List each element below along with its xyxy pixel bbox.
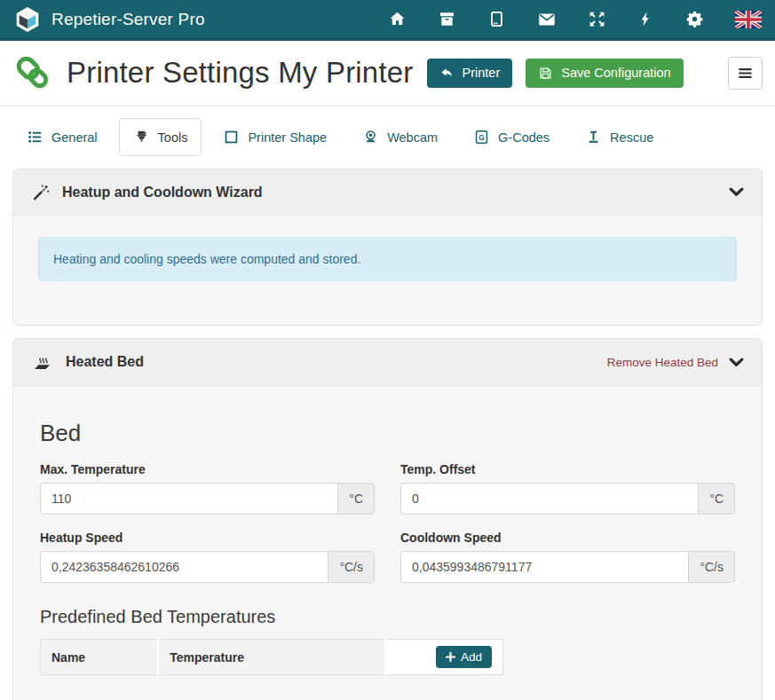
printer-button[interactable]: Printer [427,59,513,88]
column-header-action: Add [385,640,503,675]
rescue-icon [585,129,602,146]
square-outline-icon [223,129,240,146]
mail-icon[interactable] [537,10,557,29]
page-title: Printer Settings My Printer [67,56,414,90]
column-header-temperature: Temperature [158,640,384,675]
tab-label: Printer Shape [248,130,327,145]
fullscreen-icon[interactable] [588,10,606,28]
info-alert: Heating and cooling speeds were computed… [38,237,737,281]
field-label: Max. Temperature [40,462,375,476]
settings-tabbar: General Tools Printer Shape Webcam G G-C… [0,106,775,156]
heatup-speed-input[interactable] [40,551,328,583]
tab-printer-shape[interactable]: Printer Shape [209,118,341,156]
add-button-label: Add [461,650,482,664]
tab-label: Rescue [610,130,653,145]
tab-webcam[interactable]: Webcam [348,118,452,156]
save-button-label: Save Configuration [561,66,670,80]
field-cooldown-speed: Cooldown Speed °C/s [400,531,735,583]
back-arrow-icon [439,66,455,81]
tab-label: Tools [158,130,188,145]
unit-addon: °C [337,483,375,515]
table-header-row: Name Temperature Add [41,640,503,675]
heated-bed-panel-title: Heated Bed [66,354,144,370]
unit-addon: °C/s [328,551,375,583]
wizard-panel-header[interactable]: Heatup and Cooldown Wizard [13,169,762,216]
heated-bed-icon [31,351,54,373]
tab-label: G-Codes [498,130,550,145]
heatup-cooldown-wizard-panel: Heatup and Cooldown Wizard Heating and c… [12,169,763,326]
list-icon [27,129,43,146]
field-max-temperature: Max. Temperature °C [40,462,375,515]
app-title: Repetier-Server Pro [51,10,205,29]
magic-wand-icon [31,183,51,202]
settings-gear-icon[interactable] [685,10,704,28]
gcode-icon: G [473,129,490,146]
navbar-icons [388,10,762,29]
extruder-nozzle-icon [133,129,150,146]
remove-heated-bed-link[interactable]: Remove Heated Bed [607,356,718,369]
field-label: Temp. Offset [400,462,735,476]
temp-offset-input[interactable] [400,483,698,515]
bed-section-title: Bed [40,420,735,447]
unit-addon: °C/s [688,551,735,583]
field-heatup-speed: Heatup Speed °C/s [40,531,375,583]
field-label: Heatup Speed [40,531,375,545]
column-header-name: Name [41,640,159,675]
cooldown-speed-input[interactable] [400,551,688,583]
menu-button[interactable] [728,57,763,90]
predefined-temperatures-title: Predefined Bed Temperatures [40,607,735,627]
field-label: Cooldown Speed [400,531,735,545]
printer-button-label: Printer [463,66,501,80]
wizard-panel-body: Heating and cooling speeds were computed… [13,216,762,325]
top-navbar: Repetier-Server Pro [0,0,775,41]
max-temperature-input[interactable] [40,483,337,515]
chevron-down-icon[interactable] [729,358,744,367]
plus-icon [446,652,455,662]
language-flag-icon[interactable] [735,11,762,28]
tab-gcodes[interactable]: G G-Codes [459,118,564,156]
webcam-icon [362,129,379,146]
page-header: Printer Settings My Printer Printer Save… [0,41,775,106]
power-bolt-icon[interactable] [637,10,654,28]
tab-label: Webcam [387,130,438,145]
link-chain-icon [12,52,53,93]
tab-rescue[interactable]: Rescue [571,118,668,156]
unit-addon: °C [698,483,735,515]
repetier-logo-icon [13,5,42,34]
archive-box-icon[interactable] [438,10,456,28]
heated-bed-panel-body: Bed Max. Temperature °C Temp. Offset °C … [13,386,762,700]
chevron-down-icon[interactable] [729,187,744,197]
heated-bed-panel-header[interactable]: Heated Bed Remove Heated Bed [13,339,762,386]
save-floppy-icon [538,66,553,81]
add-temperature-button[interactable]: Add [436,646,492,668]
wizard-panel-title: Heatup and Cooldown Wizard [62,185,263,201]
field-temp-offset: Temp. Offset °C [400,462,735,515]
svg-text:G: G [478,133,484,142]
hamburger-icon [737,65,754,82]
tab-general[interactable]: General [12,118,112,156]
tab-tools[interactable]: Tools [119,118,202,156]
display-queue-icon[interactable] [487,10,506,28]
app-brand[interactable]: Repetier-Server Pro [13,5,205,34]
predefined-temperatures-table: Name Temperature Add [40,639,503,675]
home-icon[interactable] [388,10,407,28]
heated-bed-panel: Heated Bed Remove Heated Bed Bed Max. Te… [12,338,763,700]
bed-fields-grid: Max. Temperature °C Temp. Offset °C Heat… [40,462,735,583]
save-configuration-button[interactable]: Save Configuration [526,59,683,88]
tab-label: General [51,130,98,145]
